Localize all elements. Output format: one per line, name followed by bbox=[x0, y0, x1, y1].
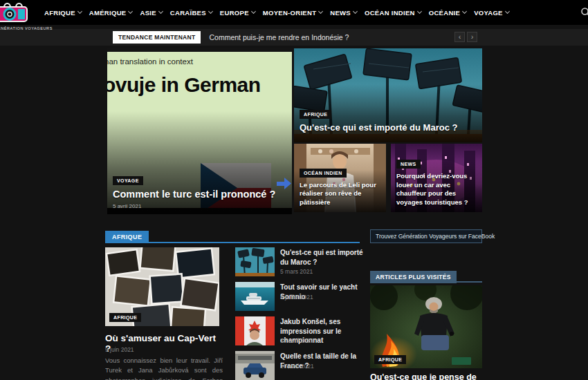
hero-article-tertiary-2[interactable]: NEWS Pourquoi devriez-vous louer un car … bbox=[391, 144, 482, 212]
article-thumbnail bbox=[235, 316, 275, 345]
nav-item-news[interactable]: NEWS bbox=[330, 9, 357, 17]
article-title[interactable]: Pourquoi devriez-vous louer un car avec … bbox=[396, 172, 477, 207]
article-title[interactable]: Comment le turc est-il prononcé ? bbox=[113, 189, 286, 200]
article-title[interactable]: Le parcours de Leli pour réaliser son rê… bbox=[300, 181, 380, 207]
nav-item-moyen-orient[interactable]: MOYEN-ORIENT bbox=[263, 9, 323, 17]
feature-article-image[interactable]: Afrique bbox=[105, 247, 219, 326]
nav-item-europe[interactable]: EUROPE bbox=[220, 9, 255, 17]
chevron-down-icon bbox=[462, 9, 467, 14]
popular-articles-header: ARTICLES PLUS VISITÉS bbox=[370, 269, 482, 283]
list-item-date: 9 juillet 2021 bbox=[280, 294, 313, 301]
chevron-down-icon bbox=[353, 9, 358, 14]
car-building-thumb bbox=[235, 351, 275, 380]
site-logo[interactable]: GÉNÉRATION VOYAGEURS bbox=[0, 1, 37, 30]
nav-item-ocean-indien[interactable]: OCÉAN INDIEN bbox=[365, 9, 421, 17]
article-thumbnail bbox=[235, 351, 275, 380]
chevron-down-icon bbox=[208, 9, 213, 14]
chevron-down-icon bbox=[77, 9, 82, 14]
hero-article-secondary[interactable]: AFRIQUE Qu'est-ce qui est importé du Mar… bbox=[294, 48, 482, 142]
facebook-widget[interactable]: Trouvez Génération Voyageurs sur FaceBoo… bbox=[370, 229, 482, 243]
category-badge[interactable]: NEWS bbox=[396, 160, 421, 169]
page: GÉNÉRATION VOYAGEURS AFRIQUE AMÉRIQUE AS… bbox=[0, 0, 588, 380]
nav-item-oceanie[interactable]: OCÉANIE bbox=[429, 9, 466, 17]
popular-article-title[interactable]: Qu'est-ce que je pense de l'Afrique ? bbox=[370, 372, 482, 380]
chevron-down-icon bbox=[318, 9, 323, 14]
list-item[interactable]: Qu'est-ce qui est importé du Maroc ? 5 m… bbox=[235, 247, 365, 279]
list-item[interactable]: Quelle est la taille de la France ? 10 a… bbox=[235, 351, 365, 380]
trending-bar: TENDANCE MAINTENANT Comment puis-je me r… bbox=[0, 29, 588, 46]
trending-prev-button[interactable]: ‹ bbox=[454, 32, 465, 42]
nav-item-amerique[interactable]: AMÉRIQUE bbox=[89, 9, 133, 17]
chevron-down-icon bbox=[505, 9, 510, 14]
top-navbar: GÉNÉRATION VOYAGEURS AFRIQUE AMÉRIQUE AS… bbox=[0, 0, 588, 25]
main-menu: AFRIQUE AMÉRIQUE ASIE CARAÏBES EUROPE MO… bbox=[44, 0, 509, 25]
category-badge[interactable]: Afrique bbox=[374, 355, 406, 364]
canada-flag-portrait-thumb bbox=[235, 316, 275, 345]
slide-headline: ovuje in German bbox=[107, 73, 261, 97]
category-badge[interactable]: OCÉAN INDIEN bbox=[300, 169, 347, 178]
list-item-title[interactable]: Qu'est-ce qui est importé du Maroc ? bbox=[280, 248, 365, 267]
category-badge[interactable]: VOYAGE bbox=[113, 176, 143, 185]
category-badge[interactable]: Afrique bbox=[109, 313, 141, 322]
video-letterbox bbox=[107, 48, 292, 52]
list-item[interactable]: Tout savoir sur le yacht Somnio 9 juille… bbox=[235, 282, 365, 314]
feature-article-date: 9 juin 2021 bbox=[105, 346, 134, 353]
article-thumbnail bbox=[235, 282, 275, 311]
list-item-date: 5 mars 2021 bbox=[280, 268, 313, 275]
hero-article-main[interactable]: han translation in context ovuje in Germ… bbox=[107, 48, 292, 214]
chevron-down-icon bbox=[251, 9, 256, 14]
list-item-date: 10 avril 2021 bbox=[280, 363, 314, 370]
chevron-down-icon bbox=[158, 9, 163, 14]
chevron-down-icon bbox=[417, 9, 422, 14]
chevron-down-icon bbox=[128, 9, 133, 14]
article-title[interactable]: Qu'est-ce qui est importé du Maroc ? bbox=[300, 122, 477, 133]
search-icon[interactable] bbox=[580, 7, 588, 18]
list-item-date: 30 avril 2021 bbox=[280, 337, 314, 344]
slide-caption: han translation in context bbox=[107, 57, 193, 66]
trending-next-button[interactable]: › bbox=[467, 32, 477, 42]
nav-item-caraibes[interactable]: CARAÏBES bbox=[170, 9, 212, 17]
yacht-thumb bbox=[235, 282, 275, 311]
feature-article-excerpt: Vous connaissez bien leur travail. Jiří … bbox=[105, 356, 223, 380]
trending-badge: TENDANCE MAINTENANT bbox=[113, 31, 201, 44]
article-date: 5 avril 2021 bbox=[113, 203, 286, 209]
list-item[interactable]: Jakub Konšel, ses impressions sur le cha… bbox=[235, 316, 365, 348]
logo-title: GÉNÉRATION VOYAGEURS bbox=[0, 26, 37, 30]
category-badge[interactable]: AFRIQUE bbox=[300, 110, 331, 119]
nav-item-afrique[interactable]: AFRIQUE bbox=[44, 9, 82, 17]
nav-item-asie[interactable]: ASIE bbox=[140, 9, 162, 17]
hero-article-tertiary-1[interactable]: OCÉAN INDIEN Le parcours de Leli pour ré… bbox=[294, 144, 386, 212]
trending-headline[interactable]: Comment puis-je me rendre en Indonésie ? bbox=[209, 33, 349, 41]
camera-logo-icon bbox=[0, 1, 30, 24]
solar-panels-thumb bbox=[235, 247, 275, 276]
nav-item-voyage[interactable]: VOYAGE bbox=[474, 9, 509, 17]
popular-header-badge: ARTICLES PLUS VISITÉS bbox=[370, 271, 457, 283]
section-badge[interactable]: AFRIQUE bbox=[105, 231, 149, 243]
section-header-afrique: AFRIQUE bbox=[105, 229, 360, 243]
article-thumbnail bbox=[235, 247, 275, 276]
popular-article-image[interactable]: Afrique bbox=[370, 285, 482, 368]
